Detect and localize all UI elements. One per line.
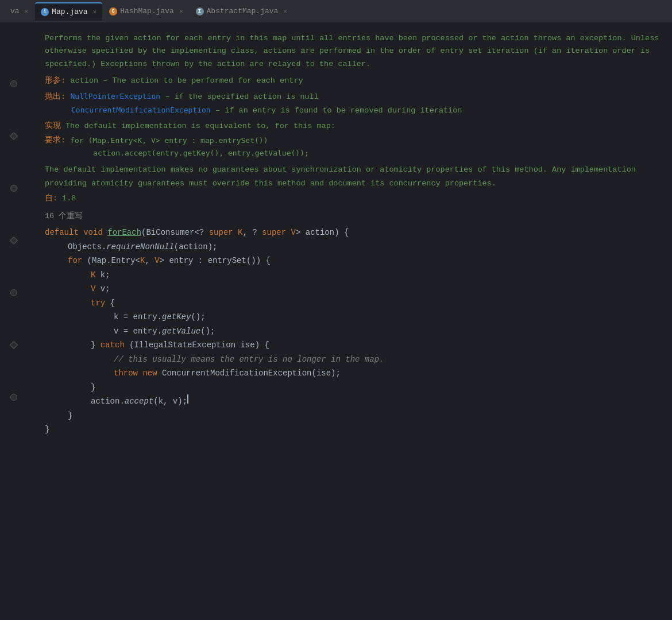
tab-abstractmap-java-label: AbstractMap.java	[207, 7, 279, 16]
require-args: (action);	[174, 240, 218, 254]
tab-map-java-icon: i	[41, 8, 49, 16]
kw-catch: catch	[101, 338, 129, 352]
doc-impl-row: 实现 The default implementation is equival…	[45, 120, 661, 133]
code-line-catch-close: }	[45, 381, 661, 395]
accept-method: accept	[125, 394, 153, 409]
code-line-comment: // this usually means the entry is no lo…	[45, 352, 661, 367]
kw-super2: super	[262, 226, 291, 240]
doc-since-row: 自: 1.8	[45, 192, 661, 206]
doc-throws-row: 抛出: NullPointerException – if the specif…	[45, 90, 661, 104]
doc-block: Performs the given action for each entry…	[33, 32, 661, 206]
for-rest: > entry : entrySet()) {	[160, 254, 271, 268]
gutter-marker-2	[10, 132, 18, 140]
doc-throws-npe[interactable]: NullPointerException	[71, 92, 161, 100]
var-k: k;	[95, 268, 110, 282]
code-panel[interactable]: Performs the given action for each entry…	[28, 23, 672, 620]
doc-param-text: action – The action to be performed for …	[71, 76, 303, 85]
doc-description: Performs the given action for each entry…	[45, 32, 661, 71]
tab-hashmap-java[interactable]: C HashMap.java ✕	[103, 2, 188, 21]
type-k: K	[91, 268, 95, 282]
tab-abstractmap-java-close[interactable]: ✕	[283, 7, 287, 15]
code-line-getvalue: v = entry. getValue ();	[45, 324, 661, 339]
tab-map-java-close[interactable]: ✕	[93, 8, 97, 16]
doc-throws-cme-desc: – if an entry is found to be removed dur…	[215, 106, 462, 115]
code-line-method-close: }	[45, 423, 661, 437]
generic-k: K	[238, 226, 242, 240]
doc-throws-cme[interactable]: ConcurrentModificationException	[71, 106, 211, 114]
doc-param-label: 形参:	[45, 76, 65, 85]
code-line-sig: default void forEach (BiConsumer<? super…	[45, 226, 661, 240]
getkey-close: ();	[191, 310, 205, 324]
getvalue-close: ();	[200, 324, 215, 339]
tab-hashmap-java-close[interactable]: ✕	[179, 7, 183, 15]
tab-va-close[interactable]: ✕	[25, 7, 29, 15]
gutter-marker-1	[10, 80, 17, 87]
catch-close: }	[91, 381, 95, 395]
doc-impl-label: 实现	[45, 120, 61, 133]
require-nonnull: requireNonNull	[106, 240, 174, 254]
for-comma: ,	[145, 254, 155, 268]
sig-comma: , ?	[243, 226, 262, 240]
doc-req-label: 要求:	[45, 134, 65, 148]
tab-va[interactable]: va ✕	[5, 2, 34, 21]
tab-hashmap-java-icon: C	[109, 7, 117, 16]
gutter-marker-3	[10, 185, 17, 192]
generic-v: V	[291, 226, 296, 240]
gutter-marker-5	[10, 289, 17, 296]
getkey-stmt: k = entry.	[114, 310, 162, 324]
for-v: V	[155, 254, 159, 268]
editor-area: Performs the given action for each entry…	[0, 23, 672, 620]
getkey-method: getKey	[162, 310, 191, 324]
type-v: V	[91, 282, 95, 296]
code-line-for: for (Map.Entry< K , V > entry : entrySet…	[45, 254, 661, 268]
code-line-try: try {	[45, 296, 661, 311]
kw-for: for	[68, 254, 87, 268]
catch-close-brace: }	[91, 338, 101, 352]
doc-impl-note: The default implementation makes no guar…	[45, 163, 661, 191]
method-close: }	[45, 423, 49, 437]
kw-try: try	[91, 296, 110, 311]
accept-stmt: action.	[91, 394, 125, 409]
kw-default: default	[45, 226, 83, 240]
doc-code-example: for (Map.Entry<K, V> entry : map.entrySe…	[70, 134, 309, 160]
for-k: K	[140, 254, 145, 268]
doc-since-label: 自:	[45, 192, 57, 206]
throw-exception: ConcurrentModificationException(ise);	[162, 366, 341, 381]
doc-param-row: 形参: action – The action to be performed …	[45, 74, 661, 88]
tab-map-java[interactable]: i Map.java ✕	[35, 2, 102, 21]
doc-impl-text: The default implementation is equivalent…	[65, 120, 335, 133]
doc-throws-cme-row: ConcurrentModificationException – if an …	[45, 104, 661, 118]
code-block: default void forEach (BiConsumer<? super…	[33, 226, 661, 437]
code-line-accept: action. accept (k, v);	[45, 394, 661, 409]
doc-code-2: action.accept(entry.getKey(), entry.getV…	[70, 147, 309, 160]
code-line-require: Objects. requireNonNull (action);	[45, 240, 661, 254]
tab-abstractmap-java[interactable]: I AbstractMap.java ✕	[190, 2, 293, 21]
kw-throw: throw	[114, 366, 142, 381]
method-foreach: forEach	[107, 226, 141, 240]
tab-map-java-label: Map.java	[52, 7, 87, 16]
kw-void: void	[83, 226, 107, 240]
doc-since-value: 1.8	[62, 192, 76, 206]
for-close: }	[68, 409, 72, 423]
code-line-vv: V v;	[45, 282, 661, 296]
gutter-marker-6	[10, 341, 18, 349]
var-v: v;	[95, 282, 110, 296]
tab-bar: va ✕ i Map.java ✕ C HashMap.java ✕ I Abs…	[0, 0, 672, 23]
doc-throws-npe-desc: – if the specified action is null	[165, 92, 318, 101]
for-open: (Map.Entry<	[87, 254, 140, 268]
getvalue-stmt: v = entry.	[114, 324, 162, 339]
getvalue-method: getValue	[162, 324, 200, 339]
gutter-marker-4	[10, 237, 18, 245]
code-line-catch: } catch (IllegalStateException ise) {	[45, 338, 661, 352]
catch-open: (IllegalStateException ise) {	[129, 338, 269, 352]
doc-impl-note-text: The default implementation makes no guar…	[45, 165, 636, 188]
tab-va-label: va	[10, 7, 20, 16]
sig-action: > action) {	[296, 226, 349, 240]
accept-args: (k, v);	[153, 394, 187, 409]
override-count: 16 个重写	[33, 210, 661, 223]
doc-throws-label: 抛出:	[45, 92, 65, 101]
doc-req-row: 要求: for (Map.Entry<K, V> entry : map.ent…	[45, 134, 661, 160]
comment-text: // this usually means the entry is no lo…	[114, 352, 384, 367]
try-brace: {	[110, 296, 115, 311]
sig-paren-open: (BiConsumer<?	[141, 226, 209, 240]
